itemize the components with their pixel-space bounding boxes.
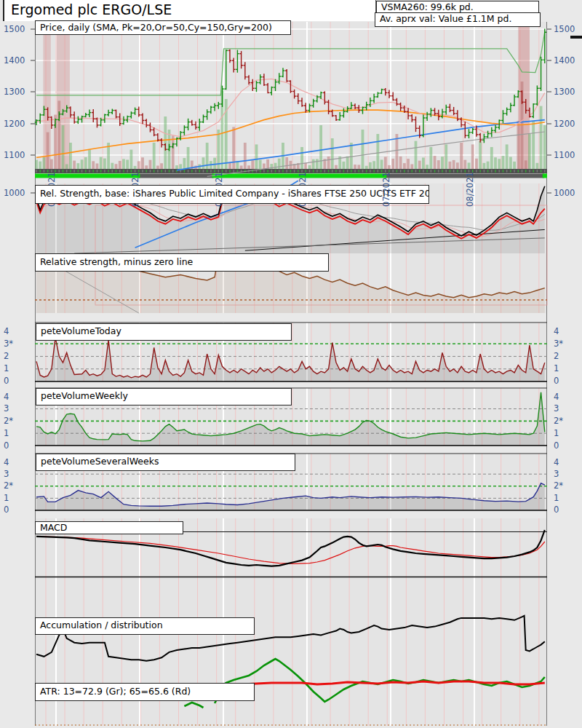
price-axis-label-right: 1200 [554, 119, 575, 129]
price-axis-label-left: 1400 [4, 55, 25, 66]
vol-weekly-axis-label-right: 0 [554, 440, 559, 451]
price-axis-label-right: 1300 [554, 87, 575, 97]
vol-today-axis-label-left: 0 [4, 376, 9, 386]
atr-panel-label[interactable]: ATR: 13=72.9 (Gr); 65=65.6 (Rd) [35, 683, 255, 701]
vol-several-axis-label-left: 2* [4, 480, 13, 491]
price-axis-label-left: 1000 [4, 188, 25, 198]
vol-several-axis-label-right: 0 [554, 505, 559, 515]
avg-value-info-box[interactable]: Av. aprx val: Value £1.1M pd. [375, 12, 541, 27]
price-axis-label-left: 1200 [4, 119, 25, 129]
price-axis-label-left: 1300 [4, 87, 25, 97]
price-panel-label[interactable]: Price, daily (SMA, Pk=20,Or=50,Cy=150,Gr… [35, 20, 291, 35]
price-axis-label-right: 1400 [554, 55, 575, 66]
vol-weekly-axis-label-left: 4 [4, 392, 9, 402]
price-axis-label-right: 1500 [554, 24, 575, 34]
vol-weekly-axis-label-left: 2* [4, 416, 13, 426]
vol-today-axis-label-right: 4 [554, 326, 559, 336]
date-label: 07/2021 [381, 172, 391, 207]
vol-weekly-axis-label-right: 3 [554, 403, 559, 414]
vol-several-axis-label-left: 0 [4, 505, 9, 515]
vol-today-axis-label-left: 1 [4, 363, 9, 373]
vol-today-axis-label-left: 4 [4, 326, 9, 336]
rel-strength-panel-label[interactable]: Rel. Strength, base: iShares Public Limi… [35, 185, 429, 204]
vol-several-axis-label-right: 3 [554, 469, 559, 479]
vol-several-axis-label-right: 2* [554, 480, 563, 491]
vol-weekly-axis-label-right: 1 [554, 428, 559, 438]
vol-today-axis-label-right: 3* [554, 339, 563, 349]
vol-today-panel-label[interactable]: peteVolumeToday [36, 323, 292, 341]
vol-several-axis-label-left: 3 [4, 469, 9, 479]
vol-several-axis-label-right: 1 [554, 493, 559, 503]
vol-several-weeks-panel-label[interactable]: peteVolumeSeveralWeeks [36, 454, 295, 471]
acc-dist-panel-label[interactable]: Accumulation / distribution [35, 617, 255, 635]
vol-today-axis-label-left: 2 [4, 351, 9, 361]
macd-panel-label[interactable]: MACD [35, 521, 183, 534]
vol-weekly-axis-label-left: 0 [4, 440, 9, 451]
date-label: 08/2021 [465, 172, 475, 207]
vol-today-axis-label-right: 0 [554, 376, 559, 386]
vol-weekly-axis-label-right: 2* [554, 416, 563, 426]
vol-several-axis-label-left: 1 [4, 493, 9, 503]
instrument-title[interactable]: Ergomed plc ERGO/LSE [3, 0, 376, 21]
vol-weekly-axis-label-left: 1 [4, 428, 9, 438]
price-axis-label-right: 1100 [554, 150, 575, 160]
chart-window: Ergomed plc ERGO/LSE VSMA260: 99.6k pd. … [0, 0, 582, 728]
vol-several-axis-label-left: 4 [4, 457, 9, 467]
vol-today-axis-label-right: 1 [554, 363, 559, 373]
vol-weekly-axis-label-left: 3 [4, 403, 9, 414]
vol-today-axis-label-right: 2 [554, 351, 559, 361]
vol-weekly-axis-label-right: 4 [554, 392, 559, 402]
vol-several-axis-label-right: 4 [554, 457, 559, 467]
rs-zero-panel-label[interactable]: Relative strength, minus zero line [35, 253, 329, 272]
price-axis-label-left: 1500 [4, 24, 25, 34]
vol-weekly-panel-label[interactable]: peteVolumeWeekly [36, 388, 292, 405]
price-axis-label-left: 1100 [4, 150, 25, 160]
vol-today-axis-label-left: 3* [4, 339, 13, 349]
price-axis-label-right: 1000 [554, 188, 575, 198]
